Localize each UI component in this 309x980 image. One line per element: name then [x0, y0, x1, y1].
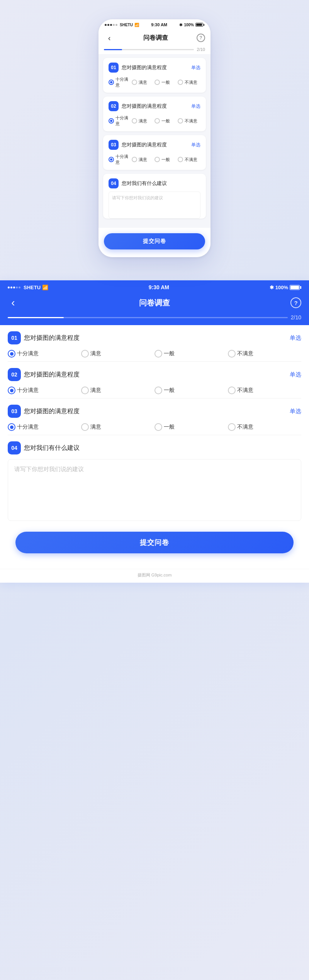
progress-container: 2/10 — [98, 47, 211, 54]
status-left: SHETU 📶 — [105, 23, 139, 27]
battery-full — [290, 285, 301, 290]
q-num-full-4: 04 — [8, 441, 21, 454]
submit-button-full[interactable]: 提交问卷 — [15, 532, 294, 553]
submit-wrap-full: 提交问卷 — [0, 521, 309, 569]
radio-1-3[interactable] — [154, 80, 160, 85]
radio-3-3[interactable] — [154, 157, 160, 162]
option-2-2[interactable]: 满意 — [132, 118, 155, 124]
radio-2-3[interactable] — [154, 118, 160, 124]
opt-f1-1[interactable]: 十分满意 — [8, 350, 81, 358]
opts-full-3: 十分满意 满意 一般 不满意 — [8, 423, 301, 431]
opt-f3-1[interactable]: 十分满意 — [8, 423, 81, 431]
option-3-4[interactable]: 不满意 — [178, 157, 201, 163]
opt-f1-2[interactable]: 满意 — [81, 350, 154, 358]
option-3-2[interactable]: 满意 — [132, 157, 155, 163]
radio-f1-3[interactable] — [154, 350, 162, 358]
opt-f2-4[interactable]: 不满意 — [228, 387, 301, 394]
option-2-1[interactable]: 十分满意 — [109, 115, 132, 127]
opt-f2-1[interactable]: 十分满意 — [8, 387, 81, 394]
watermark: 摄图网 G9pic.com — [0, 569, 309, 583]
option-1-2[interactable]: 满意 — [132, 80, 155, 85]
question-text-3: 您对摄图的满意程度 — [122, 141, 167, 148]
dot5 — [115, 24, 117, 26]
back-button[interactable]: ‹ — [104, 32, 115, 43]
dot1 — [105, 24, 107, 26]
status-time: 9:30 AM — [151, 22, 167, 27]
status-right-full: ✱ 100% — [270, 285, 301, 290]
option-2-4[interactable]: 不满意 — [178, 118, 201, 124]
radio-f3-4[interactable] — [228, 423, 236, 431]
radio-f3-1[interactable] — [8, 423, 15, 431]
radio-f1-2[interactable] — [81, 350, 89, 358]
q-type-full-3[interactable]: 单选 — [290, 408, 301, 415]
radio-3-2[interactable] — [132, 157, 137, 162]
radio-inner-2-1 — [110, 120, 112, 122]
q-text-full-4: 您对我们有什么建议 — [24, 444, 80, 452]
radio-f1-4[interactable] — [228, 350, 236, 358]
option-1-4[interactable]: 不满意 — [178, 80, 201, 85]
option-3-3[interactable]: 一般 — [154, 157, 178, 163]
option-1-3[interactable]: 一般 — [154, 80, 178, 85]
question-header-2: 02 您对摄图的满意程度 单选 — [109, 101, 200, 111]
option-1-1[interactable]: 十分满意 — [109, 76, 132, 88]
radio-f2-1[interactable] — [8, 387, 15, 394]
status-bar: SHETU 📶 9:30 AM ✱ 100% — [98, 19, 211, 29]
q-num-full-1: 01 — [8, 331, 21, 344]
time-full: 9:30 AM — [149, 284, 169, 290]
opt-label-f3-2: 满意 — [90, 424, 101, 431]
radio-1-1[interactable] — [109, 80, 114, 85]
opt-f3-4[interactable]: 不满意 — [228, 423, 301, 431]
question-row-full-1: 01 您对摄图的满意程度 单选 十分满意 满意 一般 — [8, 325, 301, 362]
opt-f3-3[interactable]: 一般 — [154, 423, 228, 431]
question-type-3[interactable]: 单选 — [191, 142, 200, 148]
option-3-1[interactable]: 十分满意 — [109, 154, 132, 165]
question-card-4: 04 您对我们有什么建议 请写下你想对我们说的建议 — [103, 174, 206, 219]
opt-f2-2[interactable]: 满意 — [81, 387, 154, 394]
radio-inner-1-1 — [110, 81, 112, 83]
radio-2-2[interactable] — [132, 118, 137, 124]
radio-2-1[interactable] — [109, 118, 114, 124]
suggestion-textarea-full[interactable]: 请写下你想对我们说的建议 — [8, 459, 301, 521]
q-type-full-1[interactable]: 单选 — [290, 334, 301, 342]
radio-f2-2[interactable] — [81, 387, 89, 394]
question-type-1[interactable]: 单选 — [191, 64, 200, 71]
radio-3-1[interactable] — [109, 157, 114, 162]
dot2f — [10, 287, 12, 288]
bt-full: ✱ — [270, 285, 274, 290]
option-label-2-4: 不满意 — [185, 118, 197, 124]
q-type-full-2[interactable]: 单选 — [290, 371, 301, 378]
back-button-full[interactable]: ‹ — [8, 297, 19, 308]
radio-3-4[interactable] — [178, 157, 183, 162]
q-left-full-2: 02 您对摄图的满意程度 — [8, 368, 80, 381]
radio-f3-2[interactable] — [81, 423, 89, 431]
progress-fill-full — [8, 317, 64, 318]
opt-f2-3[interactable]: 一般 — [154, 387, 228, 394]
submit-button[interactable]: 提交问卷 — [104, 233, 205, 249]
radio-f2-3[interactable] — [154, 387, 162, 394]
opt-f1-3[interactable]: 一般 — [154, 350, 228, 358]
signal-dots — [105, 24, 117, 26]
opt-label-f1-2: 满意 — [90, 350, 101, 357]
option-label-1-2: 满意 — [139, 80, 147, 85]
page-title: 问卷调查 — [115, 34, 197, 42]
help-button-full[interactable]: ? — [290, 297, 301, 308]
help-button[interactable]: ? — [197, 34, 205, 42]
radio-1-2[interactable] — [132, 80, 137, 85]
opt-label-f2-1: 十分满意 — [17, 387, 39, 394]
battery-pct: 100% — [184, 23, 194, 27]
question-type-2[interactable]: 单选 — [191, 103, 200, 110]
question-number-1: 01 — [109, 63, 119, 73]
opt-f1-4[interactable]: 不满意 — [228, 350, 301, 358]
radio-2-4[interactable] — [178, 118, 183, 124]
opt-f3-2[interactable]: 满意 — [81, 423, 154, 431]
option-2-3[interactable]: 一般 — [154, 118, 178, 124]
suggestion-textarea[interactable]: 请写下你想对我们说的建议 — [109, 192, 200, 219]
radio-1-4[interactable] — [178, 80, 183, 85]
radio-f2-4[interactable] — [228, 387, 236, 394]
option-label-1-1: 十分满意 — [115, 76, 132, 88]
opt-label-f2-4: 不满意 — [237, 387, 253, 394]
q-text-full-3: 您对摄图的满意程度 — [24, 407, 80, 415]
radio-f1-1[interactable] — [8, 350, 15, 358]
radio-f3-3[interactable] — [154, 423, 162, 431]
progress-text: 2/10 — [197, 47, 205, 52]
